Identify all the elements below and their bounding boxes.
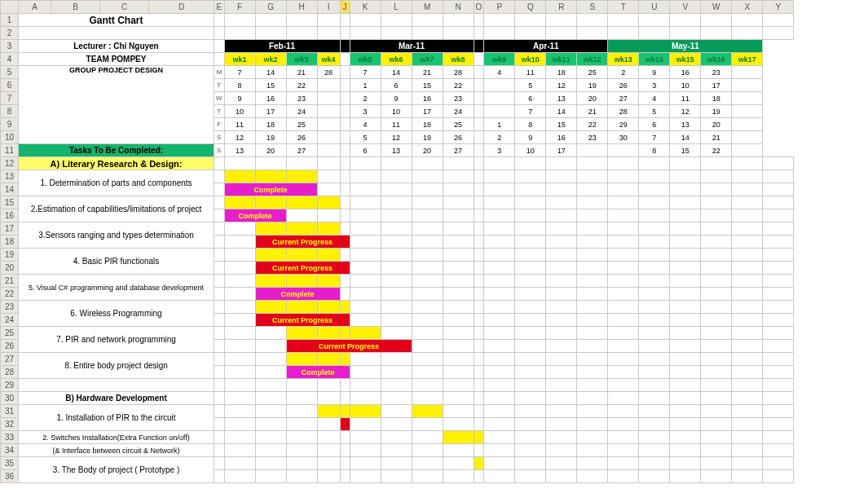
row-4[interactable]: 4 [1,53,19,66]
col-R[interactable]: R [546,1,577,14]
row-1[interactable]: 1 [1,14,19,27]
wk10: wk10 [515,53,546,66]
task-a3[interactable]: 3.Sensors ranging and types determinatio… [19,222,214,249]
month-feb: Feb-11 [224,40,340,53]
task-b2b[interactable]: (& Interface between circuit & Network) [19,444,214,457]
col-H[interactable]: H [286,1,317,14]
bar-a4-plan [255,249,286,262]
bar-a7-status: Current Progress [286,340,412,353]
select-all[interactable] [1,1,19,14]
col-S[interactable]: S [577,1,608,14]
row-5[interactable]: 5 [1,66,19,79]
row-20[interactable]: 20 [1,262,19,275]
row-19[interactable]: 19 [1,249,19,262]
col-A[interactable]: A [19,1,51,14]
row-21[interactable]: 21 [1,275,19,288]
row-32[interactable]: 32 [1,418,19,431]
section-a[interactable]: A) Literary Research & Design: [19,157,214,170]
wk7: wk7 [412,53,443,66]
col-O[interactable]: O [474,1,484,14]
col-C[interactable]: C [100,1,149,14]
col-V[interactable]: V [670,1,701,14]
row-18[interactable]: 18 [1,236,19,249]
col-F[interactable]: F [224,1,255,14]
col-L[interactable]: L [381,1,412,14]
row-12[interactable]: 12 [1,157,19,170]
col-K[interactable]: K [350,1,381,14]
col-Q[interactable]: Q [515,1,546,14]
col-B[interactable]: B [51,1,100,14]
row-8[interactable]: 8 [1,105,19,118]
row-35[interactable]: 35 [1,457,19,470]
col-P[interactable]: P [484,1,515,14]
col-W[interactable]: W [701,1,732,14]
task-a4[interactable]: 4. Basic PIR functionals [19,249,214,275]
row-15[interactable]: 15 [1,196,19,209]
wk8: wk8 [443,53,474,66]
bar-a3-status: Current Progress [255,236,350,249]
dow-s: S [214,131,225,144]
bar-b1-mark [340,418,350,431]
task-b1[interactable]: 1. Installation of PIR to the circuit [19,405,214,431]
wk16: wk16 [701,53,732,66]
col-J[interactable]: J [340,1,350,14]
bar-b1-plan [317,405,340,418]
task-a1[interactable]: 1. Determination of parts and components [19,170,214,196]
group-design[interactable]: GROUP PROJECT DESIGN [19,66,214,144]
row-11[interactable]: 11 [1,144,19,157]
col-N[interactable]: N [443,1,474,14]
row-10[interactable]: 10 [1,131,19,144]
row-6[interactable]: 6 [1,79,19,92]
task-b3[interactable]: 3. The Body of project ( Prototype ) [19,457,214,483]
dow-w: W [214,92,225,105]
task-a6[interactable]: 6. Wireless Programming [19,301,214,327]
row-23[interactable]: 23 [1,301,19,314]
section-b[interactable]: B) Hardware Development [19,392,214,405]
row-33[interactable]: 33 [1,431,19,444]
row-7[interactable]: 7 [1,92,19,105]
wk5: wk5 [350,53,381,66]
col-U[interactable]: U [639,1,670,14]
row-16[interactable]: 16 [1,209,19,222]
row-2[interactable]: 2 [1,27,19,40]
task-a5[interactable]: 5. Visual C# programming and database de… [19,275,214,301]
row-30[interactable]: 30 [1,392,19,405]
bar-a2-plan [224,196,255,209]
row-13[interactable]: 13 [1,170,19,183]
row-26[interactable]: 26 [1,340,19,353]
row-29[interactable]: 29 [1,379,19,392]
col-Y[interactable]: Y [763,1,794,14]
row-22[interactable]: 22 [1,288,19,301]
row-24[interactable]: 24 [1,314,19,327]
team-cell[interactable]: TEAM POMPEY [19,53,214,66]
col-G[interactable]: G [255,1,286,14]
row-14[interactable]: 14 [1,183,19,196]
title-cell[interactable]: Gantt Chart [19,14,214,27]
col-M[interactable]: M [412,1,443,14]
col-D[interactable]: D [149,1,214,14]
row-34[interactable]: 34 [1,444,19,457]
task-a7[interactable]: 7. PIR and network programming [19,327,214,353]
task-a8[interactable]: 8. Entire body project design [19,353,214,379]
bar-a5-plan [255,275,286,288]
col-T[interactable]: T [608,1,639,14]
row-25[interactable]: 25 [1,327,19,340]
row-31[interactable]: 31 [1,405,19,418]
row-3[interactable]: 3 [1,40,19,53]
col-I[interactable]: I [317,1,340,14]
task-a2[interactable]: 2.Estimation of capabilities/limitations… [19,196,214,222]
row-36[interactable]: 36 [1,470,19,483]
row-17[interactable]: 17 [1,222,19,236]
tasks-header[interactable]: Tasks To Be Completed: [19,144,214,157]
row-9[interactable]: 9 [1,118,19,131]
task-b2a[interactable]: 2. Switches Installation(Extra Function … [19,431,214,444]
wk2: wk2 [255,53,286,66]
lecturer-cell[interactable]: Lecturer : Chi Nguyen [19,40,214,53]
bar-a4-status: Current Progress [255,262,350,275]
col-X[interactable]: X [732,1,763,14]
row-28[interactable]: 28 [1,366,19,379]
col-E[interactable]: E [214,1,225,14]
row-27[interactable]: 27 [1,353,19,366]
dow-th: T [214,105,225,118]
bar-a3-plan [255,222,286,236]
